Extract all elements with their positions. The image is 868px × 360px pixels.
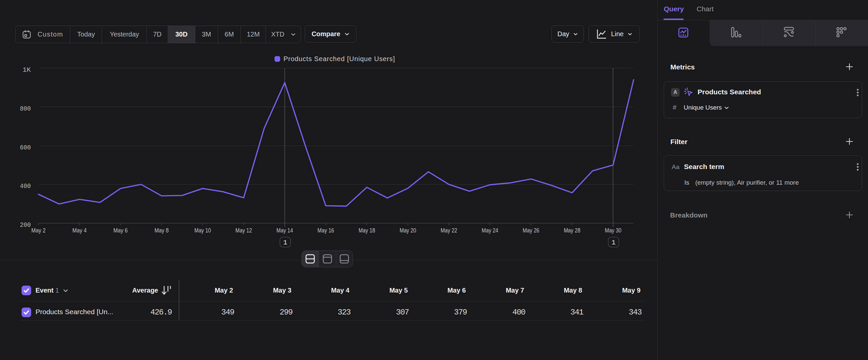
svg-text:May 28: May 28: [564, 227, 580, 234]
svg-text:May 24: May 24: [482, 227, 498, 234]
svg-text:1K: 1K: [23, 66, 31, 74]
svg-text:1: 1: [611, 239, 616, 246]
svg-text:May 8: May 8: [155, 227, 169, 234]
svg-text:May 2: May 2: [31, 227, 46, 234]
svg-text:1: 1: [283, 239, 287, 246]
svg-text:May 4: May 4: [72, 227, 87, 234]
svg-text:800: 800: [20, 105, 31, 113]
svg-text:600: 600: [20, 144, 31, 151]
svg-text:400: 400: [20, 182, 31, 190]
svg-text:May 6: May 6: [114, 227, 128, 234]
svg-text:May 12: May 12: [236, 227, 252, 234]
svg-text:May 14: May 14: [277, 227, 293, 234]
svg-text:May 10: May 10: [194, 227, 211, 234]
svg-text:May 22: May 22: [441, 227, 457, 234]
svg-text:May 26: May 26: [523, 227, 539, 234]
svg-text:May 30: May 30: [605, 227, 621, 234]
svg-text:May 18: May 18: [359, 227, 375, 234]
svg-text:May 16: May 16: [318, 227, 334, 234]
svg-text:200: 200: [20, 221, 31, 229]
svg-text:May 20: May 20: [400, 227, 416, 234]
